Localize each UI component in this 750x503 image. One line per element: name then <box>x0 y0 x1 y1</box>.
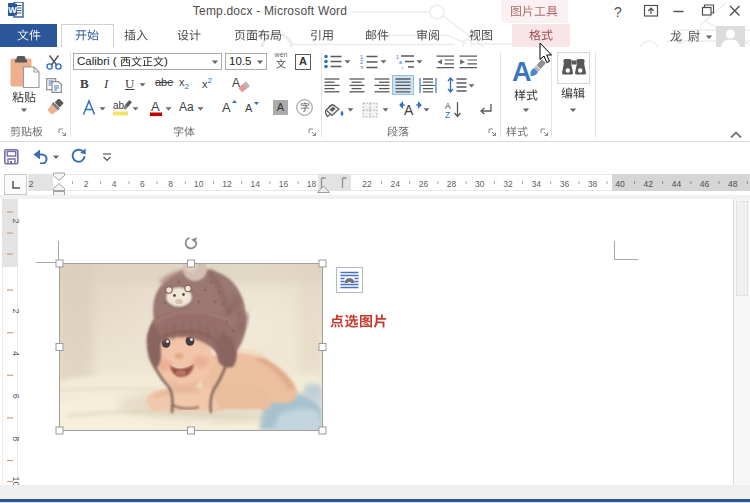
svg-text:i: i <box>402 65 403 70</box>
svg-text:A: A <box>512 57 532 86</box>
svg-text:A: A <box>151 99 160 114</box>
svg-text:?: ? <box>614 4 622 20</box>
svg-text:ab: ab <box>113 100 125 111</box>
svg-text:A: A <box>404 102 414 118</box>
svg-text:W: W <box>8 5 17 15</box>
svg-text:3: 3 <box>360 65 363 70</box>
svg-text:Z: Z <box>445 110 450 119</box>
svg-text:A: A <box>245 102 253 114</box>
svg-text:A: A <box>222 100 231 115</box>
